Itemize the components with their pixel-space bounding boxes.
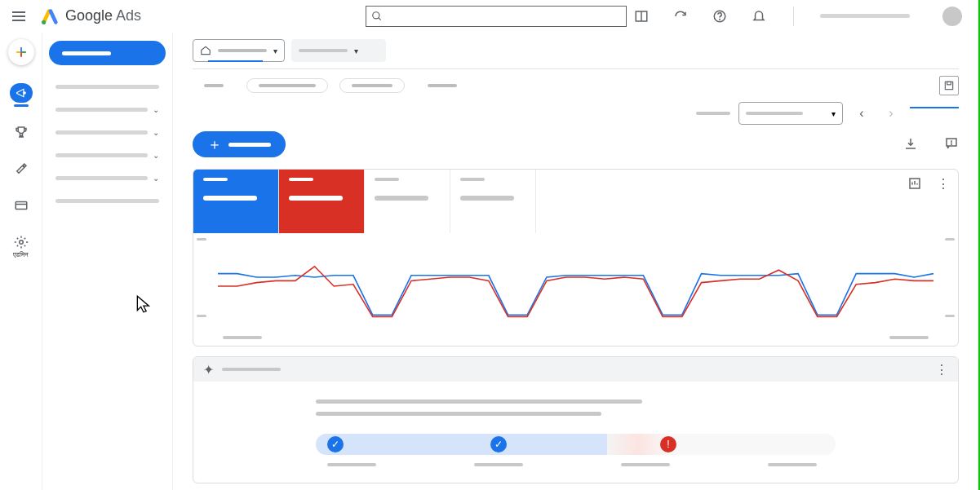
sidebar-item-4[interactable]: ⌄ (49, 166, 166, 189)
home-icon (200, 45, 211, 56)
google-ads-logo: Google Ads (41, 7, 141, 25)
search-box[interactable] (366, 6, 627, 27)
rail-admin[interactable]: एडमिन (8, 235, 34, 259)
recommendation-title (316, 400, 642, 404)
create-button[interactable] (8, 39, 34, 65)
app-name: Google Ads (65, 7, 141, 24)
refresh-icon[interactable] (672, 8, 689, 24)
step-label-2 (621, 463, 670, 466)
divider (793, 7, 794, 26)
notifications-icon[interactable] (751, 8, 767, 24)
svg-point-11 (23, 92, 24, 94)
rail-admin-label: एडमिन (13, 251, 29, 259)
breadcrumb-3[interactable] (416, 78, 468, 93)
step-label-0 (327, 463, 376, 466)
sidebar-item-0[interactable] (49, 75, 166, 98)
campaign-selector[interactable]: ▾ (291, 39, 386, 62)
chevron-down-icon: ⌄ (153, 174, 159, 183)
date-next-button: › (880, 103, 902, 124)
account-name (820, 14, 910, 18)
caret-down-icon: ▾ (273, 46, 277, 55)
daterange-dropdown[interactable]: ▾ (738, 102, 843, 125)
svg-point-19 (951, 143, 952, 144)
new-button[interactable]: ＋ (193, 131, 286, 157)
metric-card-2[interactable] (365, 170, 450, 233)
rail-campaigns[interactable] (8, 83, 34, 107)
feedback-icon[interactable] (944, 136, 959, 154)
search-input[interactable] (388, 11, 626, 22)
recommendation-subtitle (316, 412, 601, 416)
user-avatar[interactable] (942, 7, 962, 26)
daterange-label (696, 112, 730, 115)
ads-logo-icon (41, 7, 59, 25)
active-tab-indicator (910, 107, 959, 108)
plus-icon: ＋ (207, 137, 222, 152)
expand-chart-icon[interactable] (907, 176, 922, 194)
chevron-down-icon: ⌄ (153, 151, 159, 160)
sidebar-item-2[interactable]: ⌄ (49, 121, 166, 143)
gear-icon (14, 235, 29, 249)
search-icon (366, 11, 388, 22)
svg-point-6 (720, 19, 721, 20)
date-prev-button[interactable]: ‹ (851, 103, 872, 124)
svg-rect-15 (945, 82, 952, 89)
trophy-icon (14, 125, 29, 139)
svg-point-1 (373, 11, 379, 18)
more-icon[interactable]: ⋮ (937, 176, 950, 194)
svg-rect-12 (16, 202, 27, 210)
step-error-icon: ! (660, 436, 676, 452)
metric-card-1[interactable] (279, 170, 365, 233)
help-icon[interactable] (712, 8, 728, 24)
step-label-1 (474, 463, 523, 466)
breadcrumb-1[interactable] (246, 78, 328, 93)
sidebar-item-5[interactable] (49, 189, 166, 212)
recommendation-heading (222, 368, 281, 371)
sparkle-icon: ✦ (203, 362, 214, 377)
sidebar-item-3[interactable]: ⌄ (49, 143, 166, 166)
download-icon[interactable] (903, 136, 918, 154)
performance-chart (218, 241, 933, 331)
svg-point-14 (19, 241, 23, 245)
chevron-down-icon: ⌄ (153, 128, 159, 137)
setup-progress: ✓ ✓ ! (316, 434, 836, 455)
chevron-down-icon: ⌄ (153, 105, 159, 114)
metric-card-0[interactable] (193, 170, 279, 233)
rail-billing[interactable] (8, 198, 34, 217)
svg-point-0 (42, 20, 46, 24)
appearance-icon[interactable] (633, 8, 650, 24)
sidebar-primary[interactable] (49, 41, 166, 65)
svg-line-2 (379, 17, 381, 20)
account-selector[interactable]: ▾ (193, 39, 285, 62)
legend-0 (223, 336, 262, 339)
step-label-3 (768, 463, 817, 466)
step-done-icon: ✓ (490, 436, 507, 452)
save-layout-icon[interactable] (939, 76, 959, 95)
sidebar-item-1[interactable]: ⌄ (49, 98, 166, 121)
rail-tools[interactable] (8, 161, 34, 180)
main-menu-button[interactable] (7, 11, 31, 21)
step-done-icon: ✓ (327, 436, 344, 452)
card-icon (14, 198, 29, 213)
svg-rect-16 (947, 82, 951, 85)
caret-down-icon: ▾ (354, 46, 358, 55)
more-icon[interactable]: ⋮ (935, 362, 948, 377)
breadcrumb-2[interactable] (339, 78, 405, 93)
metric-card-3[interactable] (450, 170, 536, 233)
legend-1 (889, 336, 929, 339)
tools-icon (14, 161, 29, 176)
caret-down-icon: ▾ (831, 109, 836, 118)
rail-goals[interactable] (8, 125, 34, 143)
breadcrumb-0[interactable] (193, 78, 235, 93)
